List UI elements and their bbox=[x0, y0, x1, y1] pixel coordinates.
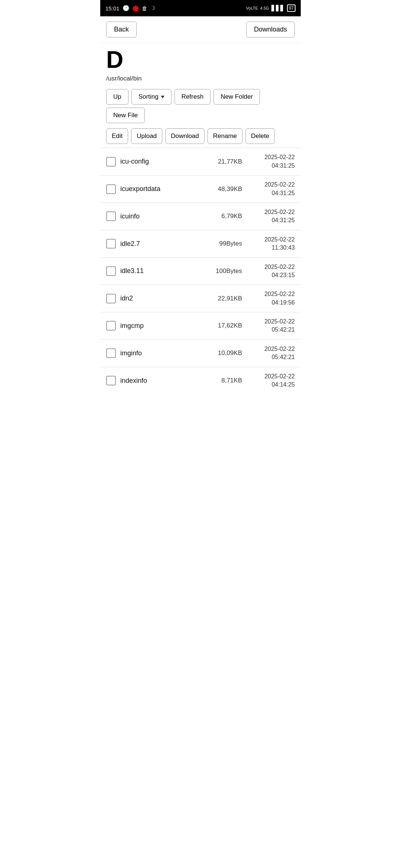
file-name: indexinfo bbox=[120, 377, 204, 385]
file-size: 99Bytes bbox=[209, 240, 242, 247]
file-checkbox[interactable] bbox=[106, 376, 116, 385]
table-row: icuexportdata 48,39KB 2025-02-2204:31:25 bbox=[100, 175, 301, 203]
file-name: idle2.7 bbox=[120, 240, 204, 248]
toolbar-row-2: New File bbox=[100, 108, 301, 127]
toolbar-row-1: Up Sorting Refresh New Folder bbox=[100, 86, 301, 108]
file-checkbox[interactable] bbox=[106, 348, 116, 358]
alarm-icon: 🕐 bbox=[123, 5, 130, 11]
table-row: icu-config 21,77KB 2025-02-2204:31:25 bbox=[100, 148, 301, 175]
file-list: icu-config 21,77KB 2025-02-2204:31:25 ic… bbox=[100, 148, 301, 394]
file-checkbox[interactable] bbox=[106, 239, 116, 249]
downloads-button[interactable]: Downloads bbox=[246, 22, 295, 37]
file-size: 6,79KB bbox=[209, 213, 242, 220]
rename-button[interactable]: Rename bbox=[208, 128, 242, 144]
table-row: imginfo 10,09KB 2025-02-2205:42:21 bbox=[100, 340, 301, 367]
table-row: indexinfo 8,71KB 2025-02-2204:14:25 bbox=[100, 367, 301, 394]
table-row: idle2.7 99Bytes 2025-02-2211:30:43 bbox=[100, 230, 301, 258]
chevron-down-icon bbox=[161, 96, 164, 98]
file-name: imgcmp bbox=[120, 322, 204, 330]
volte-icon: VoLTE bbox=[246, 6, 258, 10]
delete-button[interactable]: Delete bbox=[245, 128, 275, 144]
sorting-label: Sorting bbox=[138, 93, 159, 101]
table-row: icuinfo 6,79KB 2025-02-2204:31:25 bbox=[100, 203, 301, 230]
file-date: 2025-02-2205:42:21 bbox=[247, 345, 295, 362]
path-bar: /usr/local/bin bbox=[100, 73, 301, 86]
status-bar: 15:01 🕐 ⬤ 🗑 ☽ VoLTE 4.5G ▋▋▋ 97 bbox=[100, 0, 301, 16]
file-size: 22,91KB bbox=[209, 295, 242, 302]
new-folder-button[interactable]: New Folder bbox=[213, 89, 260, 105]
table-row: idle3.11 100Bytes 2025-02-2204:23:15 bbox=[100, 258, 301, 285]
file-name: icuinfo bbox=[120, 213, 204, 220]
signal-icon: ▋▋▋ bbox=[271, 5, 285, 11]
back-button[interactable]: Back bbox=[106, 22, 137, 37]
file-checkbox[interactable] bbox=[106, 157, 116, 167]
file-date: 2025-02-2211:30:43 bbox=[247, 236, 295, 252]
file-size: 48,39KB bbox=[209, 185, 242, 193]
file-checkbox[interactable] bbox=[106, 294, 116, 303]
file-checkbox[interactable] bbox=[106, 211, 116, 221]
status-left: 15:01 🕐 ⬤ 🗑 ☽ bbox=[105, 5, 155, 11]
table-row: imgcmp 17,62KB 2025-02-2205:42:21 bbox=[100, 312, 301, 340]
upload-button[interactable]: Upload bbox=[131, 128, 162, 144]
file-size: 8,71KB bbox=[209, 377, 242, 384]
drive-letter: D bbox=[100, 43, 301, 73]
file-name: idn2 bbox=[120, 295, 204, 302]
file-size: 21,77KB bbox=[209, 158, 242, 165]
refresh-button[interactable]: Refresh bbox=[175, 89, 211, 105]
file-size: 100Bytes bbox=[209, 267, 242, 275]
edit-button[interactable]: Edit bbox=[106, 128, 128, 144]
battery-icon: 97 bbox=[287, 4, 296, 12]
file-size: 10,09KB bbox=[209, 349, 242, 357]
action-row: Edit Upload Download Rename Delete bbox=[100, 127, 301, 148]
network-icon: ⬤ bbox=[133, 5, 139, 11]
up-button[interactable]: Up bbox=[106, 89, 128, 105]
file-date: 2025-02-2204:19:56 bbox=[247, 290, 295, 307]
moon-icon: ☽ bbox=[150, 5, 155, 11]
status-time: 15:01 bbox=[105, 5, 120, 11]
file-date: 2025-02-2204:14:25 bbox=[247, 372, 295, 389]
file-checkbox[interactable] bbox=[106, 266, 116, 276]
file-date: 2025-02-2204:31:25 bbox=[247, 208, 295, 225]
file-checkbox[interactable] bbox=[106, 184, 116, 194]
file-name: idle3.11 bbox=[120, 267, 204, 275]
file-checkbox[interactable] bbox=[106, 321, 116, 331]
new-file-button[interactable]: New File bbox=[106, 108, 145, 123]
top-bar: Back Downloads bbox=[100, 16, 301, 43]
download-button[interactable]: Download bbox=[165, 128, 205, 144]
file-name: imginfo bbox=[120, 349, 204, 357]
file-date: 2025-02-2205:42:21 bbox=[247, 318, 295, 334]
table-row: idn2 22,91KB 2025-02-2204:19:56 bbox=[100, 285, 301, 312]
sorting-button[interactable]: Sorting bbox=[131, 89, 172, 105]
file-size: 17,62KB bbox=[209, 322, 242, 329]
file-date: 2025-02-2204:31:25 bbox=[247, 181, 295, 197]
trash-icon: 🗑 bbox=[142, 5, 147, 11]
file-date: 2025-02-2204:23:15 bbox=[247, 263, 295, 280]
status-right: VoLTE 4.5G ▋▋▋ 97 bbox=[246, 4, 296, 12]
file-name: icu-config bbox=[120, 158, 204, 165]
file-name: icuexportdata bbox=[120, 185, 204, 193]
network-speed: 4.5G bbox=[260, 6, 269, 10]
file-date: 2025-02-2204:31:25 bbox=[247, 153, 295, 170]
